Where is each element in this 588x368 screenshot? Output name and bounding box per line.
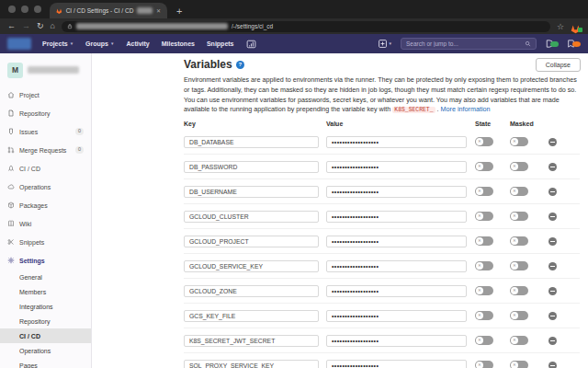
state-toggle[interactable]: ✕ [475, 187, 493, 196]
nav-item-milestones[interactable]: Milestones [162, 40, 195, 47]
settings-subitem-pages[interactable]: Pages [0, 358, 91, 368]
address-bar[interactable]: /-/settings/ci_cd [62, 21, 550, 32]
state-toggle[interactable]: ✕ [475, 286, 493, 295]
variable-key-input[interactable]: GCLOUD_CLUSTER [184, 211, 319, 223]
count-badge: 0 [75, 128, 84, 135]
todos-nav-button[interactable] [567, 40, 581, 48]
remove-variable-button[interactable] [548, 213, 557, 221]
settings-subitem-members[interactable]: Members [0, 284, 91, 299]
variable-key-input[interactable]: GCLOUD_ZONE [184, 285, 319, 297]
window-minimize-button[interactable] [21, 6, 28, 13]
browser-tab[interactable]: CI / CD Settings - CI / CD ✕ [50, 3, 167, 18]
variable-value-input[interactable]: •••••••••••••••••• [326, 136, 467, 148]
nav-item-snippets[interactable]: Snippets [207, 40, 234, 47]
masked-toggle[interactable]: ✕ [510, 286, 528, 295]
remove-variable-button[interactable] [548, 287, 557, 295]
remove-variable-button[interactable] [548, 262, 557, 270]
bookmark-star-icon[interactable]: ☆ [557, 22, 564, 31]
variable-key-input[interactable]: DB_USERNAME [184, 186, 319, 198]
issues-nav-button[interactable] [545, 40, 559, 48]
collapse-button[interactable]: Collapse [536, 58, 581, 72]
variable-value-input[interactable]: •••••••••••••••••• [326, 310, 467, 322]
variable-key-input[interactable]: DB_DATABASE [184, 136, 319, 148]
window-controls[interactable] [0, 0, 50, 18]
reload-icon[interactable]: ↻ [37, 22, 44, 30]
state-toggle[interactable]: ✕ [475, 261, 493, 270]
variable-value-input[interactable]: •••••••••••••••••• [326, 285, 467, 297]
masked-toggle[interactable]: ✕ [510, 361, 528, 368]
gitlab-extension-icon[interactable] [571, 21, 581, 31]
chevron-down-icon: ▼ [70, 41, 74, 46]
variable-value-input[interactable]: •••••••••••••••••• [326, 236, 467, 247]
main-content: Variables ? Collapse Environment variabl… [92, 53, 588, 368]
analytics-chart-icon[interactable] [246, 40, 256, 49]
settings-subitem-integrations[interactable]: Integrations [0, 299, 91, 314]
sidebar-item-wiki[interactable]: Wiki [0, 214, 91, 233]
tab-close-icon[interactable]: ✕ [156, 7, 161, 14]
new-dropdown-button[interactable]: ▼ [379, 40, 392, 48]
state-toggle[interactable]: ✕ [475, 236, 493, 246]
state-toggle[interactable]: ✕ [475, 212, 493, 221]
variable-key-input[interactable]: GCS_KEY_FILE [184, 310, 319, 322]
sidebar-item-settings[interactable]: Settings [0, 251, 91, 270]
settings-subitem-operations[interactable]: Operations [0, 343, 91, 358]
window-close-button[interactable] [8, 6, 16, 13]
new-tab-button[interactable]: + [176, 6, 182, 17]
sidebar-item-operations[interactable]: Operations [0, 178, 91, 196]
variable-key-input[interactable]: GCLOUD_SERVICE_KEY [184, 260, 319, 272]
state-toggle[interactable]: ✕ [475, 336, 493, 345]
sidebar-item-merge-requests[interactable]: Merge Requests0 [0, 141, 91, 159]
sidebar-item-snippets[interactable]: Snippets [0, 233, 91, 251]
masked-toggle[interactable]: ✕ [510, 336, 528, 345]
masked-toggle[interactable]: ✕ [510, 261, 528, 270]
remove-variable-button[interactable] [548, 312, 557, 320]
variable-key-input[interactable]: GCLOUD_PROJECT [184, 236, 319, 247]
back-icon[interactable]: ← [7, 22, 16, 30]
variable-value-input[interactable]: •••••••••••••••••• [326, 360, 467, 368]
variable-value-input[interactable]: •••••••••••••••••• [326, 161, 467, 173]
sidebar-item-repository[interactable]: Repository [0, 104, 91, 122]
state-toggle[interactable]: ✕ [475, 311, 493, 320]
masked-toggle[interactable]: ✕ [510, 212, 528, 221]
window-zoom-button[interactable] [34, 6, 41, 13]
settings-subitem-general[interactable]: General [0, 270, 91, 284]
variable-key-input[interactable]: K8S_SECRET_JWT_SECRET [184, 335, 319, 347]
help-icon[interactable]: ? [236, 61, 244, 69]
nav-item-activity[interactable]: Activity [126, 40, 149, 47]
variable-key-input[interactable]: DB_PASSWORD [184, 161, 319, 173]
global-search[interactable] [401, 38, 537, 50]
more-information-link[interactable]: More information [441, 105, 491, 113]
variable-value-input[interactable]: •••••••••••••••••• [326, 186, 467, 198]
state-toggle[interactable]: ✕ [475, 162, 493, 171]
sidebar-item-project[interactable]: Project [0, 86, 91, 104]
masked-toggle[interactable]: ✕ [510, 311, 528, 320]
forward-icon[interactable]: → [22, 22, 30, 30]
remove-variable-button[interactable] [548, 362, 557, 368]
masked-toggle[interactable]: ✕ [510, 236, 528, 246]
project-header[interactable]: M [0, 58, 91, 82]
variable-value-input[interactable]: •••••••••••••••••• [326, 335, 467, 347]
remove-variable-button[interactable] [548, 163, 557, 171]
masked-toggle[interactable]: ✕ [510, 187, 528, 196]
settings-subitem-repository[interactable]: Repository [0, 314, 91, 328]
masked-toggle[interactable]: ✕ [510, 162, 528, 171]
remove-variable-button[interactable] [548, 188, 557, 196]
variable-value-input[interactable]: •••••••••••••••••• [326, 260, 467, 272]
variable-value-input[interactable]: •••••••••••••••••• [326, 211, 467, 223]
sidebar-item-ci-cd[interactable]: CI / CD [0, 159, 91, 178]
nav-item-projects[interactable]: Projects▼ [42, 40, 74, 47]
sidebar-item-issues[interactable]: Issues0 [0, 122, 91, 141]
remove-variable-button[interactable] [548, 337, 557, 345]
nav-item-groups[interactable]: Groups▼ [85, 40, 114, 47]
toggle-off-icon: ✕ [511, 337, 518, 344]
remove-variable-button[interactable] [548, 138, 557, 146]
remove-variable-button[interactable] [548, 237, 557, 246]
settings-subitem-ci-cd[interactable]: CI / CD [0, 328, 91, 343]
state-toggle[interactable]: ✕ [475, 137, 493, 146]
search-input[interactable] [406, 40, 525, 47]
state-toggle[interactable]: ✕ [475, 361, 493, 368]
masked-toggle[interactable]: ✕ [510, 137, 528, 146]
variable-key-input[interactable]: SQL_PROXY_SERVICE_KEY [184, 360, 319, 368]
home-icon[interactable]: ⌂ [51, 22, 55, 30]
sidebar-item-packages[interactable]: Packages [0, 196, 91, 214]
